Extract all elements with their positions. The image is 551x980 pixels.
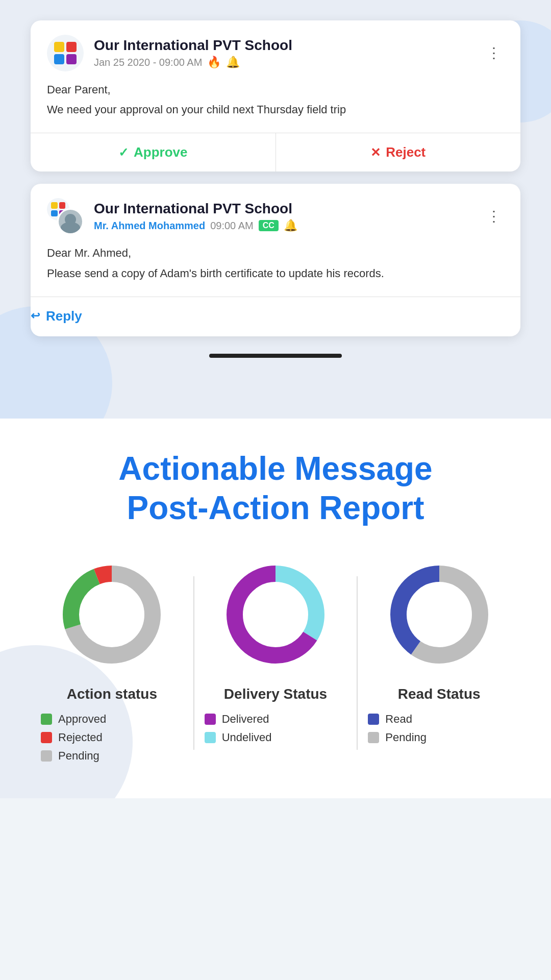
legend-dot-pending-action	[41, 750, 52, 762]
card1-greeting: Dear Parent,	[47, 81, 504, 99]
legend-dot-rejected	[41, 732, 52, 743]
legend-read: Read	[368, 713, 427, 726]
card1-icon-bell: 🔔	[226, 56, 240, 69]
legend-pending-read: Pending	[368, 731, 427, 744]
report-title-line2: Post-Action Report	[127, 489, 424, 526]
message-card-1: Our International PVT School Jan 25 2020…	[31, 20, 520, 172]
legend-rejected: Rejected	[41, 731, 106, 744]
card2-more-button[interactable]: ⋮	[484, 209, 504, 224]
card1-header-info: Our International PVT School Jan 25 2020…	[94, 37, 484, 69]
card2-actions: ↩ Reply	[31, 297, 520, 336]
legend-undelivered-text: Undelived	[222, 731, 272, 744]
card2-greeting: Dear Mr. Ahmed,	[47, 244, 504, 262]
legend-dot-pending-read	[368, 732, 379, 743]
legend-dot-approved	[41, 714, 52, 725]
card1-actions: ✓ Approve ✕ Reject	[31, 133, 520, 172]
card2-sender: Mr. Ahmed Mohammed	[94, 220, 205, 232]
card1-message: We need your approval on your child next…	[47, 101, 504, 118]
legend-dot-undelivered	[205, 732, 216, 743]
legend-dot-delivered	[205, 714, 216, 725]
legend-undelivered: Undelived	[205, 731, 272, 744]
action-status-label: Action status	[67, 686, 157, 702]
approve-button[interactable]: ✓ Approve	[31, 133, 276, 172]
legend-dot-read	[368, 714, 379, 725]
card2-meta: Mr. Ahmed Mohammed 09:00 AM CC 🔔	[94, 219, 484, 232]
legend-rejected-text: Rejected	[58, 731, 103, 744]
logo-dot-blue-s	[51, 210, 58, 217]
legend-pending-read-text: Pending	[385, 731, 427, 744]
legend-delivered-text: Delivered	[222, 713, 269, 726]
card2-school-name: Our International PVT School	[94, 201, 484, 217]
school-logo-1	[47, 35, 84, 71]
reply-label: Reply	[46, 308, 82, 324]
phone-home-bar	[209, 354, 342, 358]
legend-read-text: Read	[385, 713, 412, 726]
approve-label: Approve	[134, 144, 187, 160]
card1-meta: Jan 25 2020 - 09:00 AM 🔥 🔔	[94, 56, 484, 69]
delivery-status-col: Delivery Status Delivered Undelived	[194, 558, 357, 749]
legend-approved: Approved	[41, 713, 106, 726]
card1-icon-sun: 🔥	[207, 56, 221, 69]
legend-pending-action-text: Pending	[58, 749, 99, 763]
report-title: Actionable Message Post-Action Report	[31, 449, 520, 528]
sender-avatar	[57, 208, 84, 235]
phone-area: Our International PVT School Jan 25 2020…	[0, 0, 551, 419]
read-status-legend: Read Pending	[358, 713, 427, 749]
card1-school-name: Our International PVT School	[94, 37, 484, 54]
report-section: Actionable Message Post-Action Report Ac…	[0, 419, 551, 798]
logo-dot-red	[66, 42, 77, 52]
read-status-label: Read Status	[398, 686, 481, 702]
delivery-status-label: Delivery Status	[224, 686, 327, 702]
read-status-col: Read Status Read Pending	[358, 558, 520, 749]
card2-message: Please send a copy of Adam's birth certi…	[47, 264, 504, 282]
card2-icon-bell: 🔔	[284, 219, 297, 232]
card2-body: Dear Mr. Ahmed, Please send a copy of Ad…	[47, 244, 504, 282]
legend-approved-text: Approved	[58, 713, 106, 726]
charts-row: Action status Approved Rejected Pending	[31, 558, 520, 768]
checkmark-icon: ✓	[118, 145, 129, 160]
card1-more-button[interactable]: ⋮	[484, 46, 504, 60]
legend-pending-action: Pending	[41, 749, 106, 763]
reply-arrow-icon: ↩	[31, 309, 40, 323]
card1-header: Our International PVT School Jan 25 2020…	[47, 35, 504, 71]
card2-header-info: Our International PVT School Mr. Ahmed M…	[94, 201, 484, 232]
report-title-line1: Actionable Message	[118, 450, 432, 487]
logo-dot-blue	[54, 54, 64, 64]
delivery-status-legend: Delivered Undelived	[194, 713, 272, 749]
card1-body: Dear Parent, We need your approval on yo…	[47, 81, 504, 118]
avatar-body	[61, 222, 80, 233]
card2-avatar-wrap	[47, 198, 84, 235]
action-status-legend: Approved Rejected Pending	[31, 713, 106, 768]
reject-label: Reject	[386, 144, 425, 160]
logo-dot-yellow	[54, 42, 64, 52]
delivery-status-chart	[219, 558, 332, 671]
legend-delivered: Delivered	[205, 713, 272, 726]
logo-dot-red-s	[59, 202, 66, 209]
card2-time: 09:00 AM	[210, 220, 254, 232]
reply-button[interactable]: ↩ Reply	[31, 297, 82, 336]
action-status-chart	[56, 558, 168, 671]
logo-dot-yellow-s	[51, 202, 58, 209]
read-status-chart	[383, 558, 495, 671]
cross-icon: ✕	[370, 145, 381, 160]
action-status-col: Action status Approved Rejected Pending	[31, 558, 193, 768]
message-card-2: Our International PVT School Mr. Ahmed M…	[31, 184, 520, 336]
reject-button[interactable]: ✕ Reject	[276, 133, 521, 172]
cc-badge: CC	[259, 220, 279, 231]
logo-dot-purple	[66, 54, 77, 64]
card1-date: Jan 25 2020 - 09:00 AM	[94, 57, 202, 68]
card2-header: Our International PVT School Mr. Ahmed M…	[47, 198, 504, 235]
